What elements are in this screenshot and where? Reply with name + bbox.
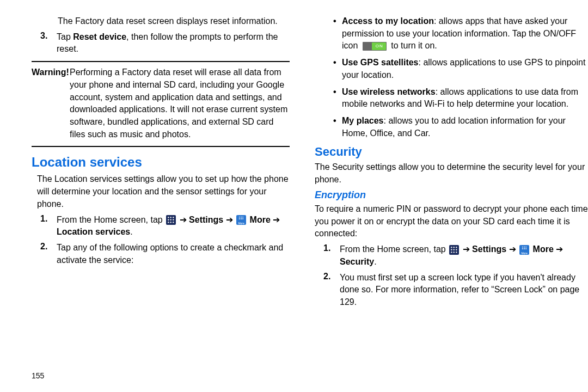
location-intro: The Location services settings allow you…	[32, 173, 290, 210]
screen-lock-ref: “Screen Lock”	[491, 285, 546, 294]
manual-page: The Factory data reset screen displays r…	[0, 0, 588, 392]
bullet-text: Use GPS satellites: allows applications …	[342, 57, 588, 81]
step-text: Tap any of the following options to crea…	[57, 242, 290, 266]
txt: From the Home screen, tap	[57, 215, 165, 224]
arrow: ➔	[226, 215, 235, 224]
step-text: You must first set up a screen lock type…	[340, 272, 588, 309]
bullet-text: Access to my location: allows apps that …	[342, 15, 588, 52]
bullet-marker: •	[333, 86, 342, 111]
enc-step-2: 2. You must first set up a screen lock t…	[315, 272, 588, 309]
arrow: ➔	[556, 244, 563, 254]
location-options-list: • Access to my location: allows apps tha…	[315, 15, 588, 139]
bullet-marker: •	[333, 115, 342, 139]
bullet-marker: •	[333, 15, 342, 52]
security-label: Security	[340, 257, 374, 266]
encryption-intro: To require a numeric PIN or password to …	[315, 203, 588, 240]
step-number: 1.	[315, 243, 340, 268]
arrow: ➔	[273, 215, 280, 224]
dot: .	[130, 227, 132, 236]
bullet-text: My places: allows you to add location in…	[342, 115, 588, 139]
wireless-label: Use wireless networks	[342, 87, 436, 96]
bullet-text: Use wireless networks: allows applicatio…	[342, 86, 588, 111]
list-item: • Use wireless networks: allows applicat…	[333, 86, 588, 111]
warning-block: Warning! Performing a Factory data reset…	[32, 66, 290, 140]
step-text: Tap Reset device, then follow the prompt…	[57, 31, 290, 56]
heading-location-services: Location services	[32, 155, 290, 170]
more-tab-icon	[236, 215, 246, 225]
heading-security: Security	[315, 145, 588, 159]
left-column: The Factory data reset screen displays r…	[0, 15, 294, 365]
gps-label: Use GPS satellites	[342, 58, 419, 67]
location-services-label: Location services	[57, 227, 130, 236]
divider	[32, 61, 290, 62]
heading-encryption: Encryption	[315, 189, 588, 201]
on-toggle-icon	[363, 42, 387, 51]
dot: .	[374, 257, 376, 266]
arrow: ➔	[463, 244, 472, 254]
right-column: • Access to my location: allows apps tha…	[294, 15, 588, 365]
reset-device-label: Reset device	[73, 32, 126, 41]
list-item: • Use GPS satellites: allows application…	[333, 57, 588, 81]
txt-a: Tap	[57, 32, 73, 41]
apps-grid-icon	[166, 215, 176, 225]
settings-label: Settings	[472, 244, 506, 254]
step-number: 3.	[32, 31, 57, 56]
more-label: More	[250, 215, 271, 224]
two-column-layout: The Factory data reset screen displays r…	[0, 15, 588, 365]
apps-grid-icon	[449, 245, 459, 255]
list-item: • My places: allows you to add location …	[333, 115, 588, 139]
myplaces-label: My places	[342, 116, 383, 125]
txt: From the Home screen, tap	[340, 244, 448, 254]
settings-label: Settings	[189, 215, 223, 224]
step-text: From the Home screen, tap ➔ Settings ➔ M…	[57, 214, 290, 238]
more-label: More	[533, 244, 554, 254]
step-number: 2.	[315, 272, 340, 309]
arrow: ➔	[509, 244, 518, 254]
list-item: • Access to my location: allows apps tha…	[333, 15, 588, 52]
arrow: ➔	[180, 215, 189, 224]
divider	[32, 146, 290, 147]
step-text: From the Home screen, tap ➔ Settings ➔ M…	[340, 243, 588, 268]
step-number: 1.	[32, 214, 57, 238]
access-location-label: Access to my location	[342, 16, 434, 26]
loc-step-2: 2. Tap any of the following options to c…	[32, 242, 290, 266]
security-intro: The Security settings allow you to deter…	[315, 161, 588, 186]
step-3: 3. Tap Reset device, then follow the pro…	[32, 31, 290, 56]
step-number: 2.	[32, 242, 57, 266]
loc-step-1: 1. From the Home screen, tap ➔ Settings …	[32, 214, 290, 238]
page-number: 155	[32, 371, 44, 380]
warning-text: Performing a Factory data reset will era…	[70, 66, 290, 140]
warning-label: Warning!	[32, 66, 70, 140]
bullet-marker: •	[333, 57, 342, 81]
enc-step-1: 1. From the Home screen, tap ➔ Settings …	[315, 243, 588, 268]
more-tab-icon	[519, 245, 529, 255]
factory-reset-desc: The Factory data reset screen displays r…	[32, 15, 290, 28]
txt: to turn it on.	[389, 41, 437, 50]
